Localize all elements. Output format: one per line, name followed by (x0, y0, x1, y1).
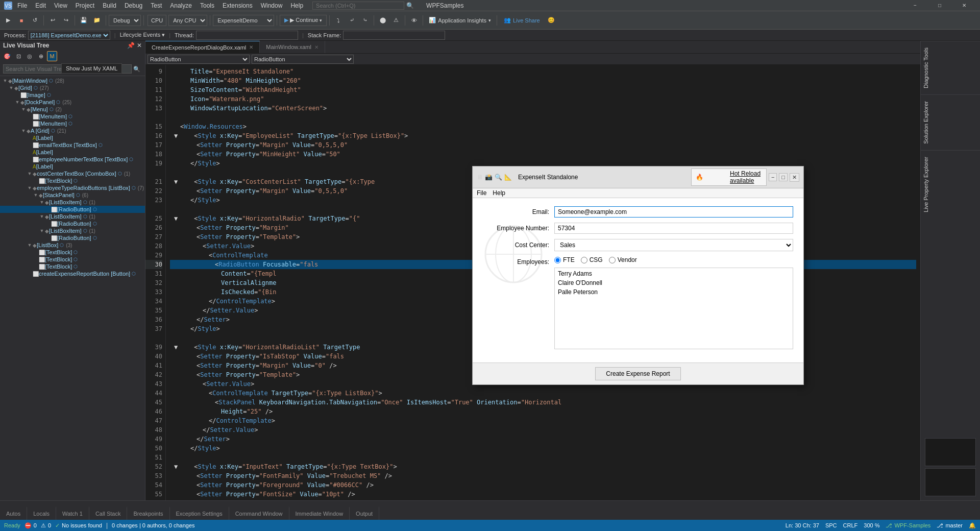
menu-debug[interactable]: Debug (121, 1, 145, 10)
menu-tools[interactable]: Tools (197, 1, 217, 10)
dialog-maximize-button[interactable]: □ (779, 173, 788, 181)
dialog-menu-help[interactable]: Help (493, 189, 505, 197)
dialog-icon3[interactable]: 🔍 (495, 174, 502, 181)
diagnostic-tools-tab[interactable]: Diagnostic Tools (921, 41, 980, 94)
tree-node-label3[interactable]: A [Label] (0, 163, 145, 170)
continue-button[interactable]: ▶ ▶ Continue ▾ (280, 15, 327, 26)
tree-node-grid1[interactable]: ◆ [Grid] ⬡ (27) (0, 84, 145, 91)
cpu-dropdown[interactable]: Any CPU (168, 15, 207, 26)
lvt-display-layout-button[interactable]: ⊡ (13, 51, 23, 61)
live-property-explorer-tab[interactable]: Live Property Explorer (921, 150, 980, 219)
bottom-tab-autos[interactable]: Autos (0, 506, 27, 520)
maximize-button[interactable]: □ (928, 0, 951, 11)
save-button[interactable]: 💾 (78, 14, 90, 27)
menu-build[interactable]: Build (100, 1, 119, 10)
tree-node-emailtb[interactable]: ⬜ emailTextBox [TextBox] ⬡ (0, 141, 145, 149)
tree-node-textblock1[interactable]: ⬜ [TextBlock] ⬡ (0, 177, 145, 184)
thread-input[interactable] (196, 31, 298, 40)
stack-frame-input[interactable] (343, 31, 445, 40)
dialog-icon1[interactable]: 🖥 (477, 174, 483, 181)
open-button[interactable]: 📁 (91, 14, 103, 27)
tree-node-radiobutton1[interactable]: ⬜ [RadioButton] ⬡ (0, 206, 145, 213)
close-tab-mainwindow[interactable]: ✕ (314, 44, 318, 50)
step-out-button[interactable]: ⤷ (359, 14, 371, 27)
tree-node-label2[interactable]: A [Label] (0, 149, 145, 156)
breakpoint-button[interactable]: ⬤ (377, 14, 389, 27)
lvt-select-element-button[interactable]: 🎯 (2, 51, 12, 61)
lvt-track-focused-button[interactable]: ⊕ (36, 51, 46, 61)
tree-node-dockpanel[interactable]: ◆ [DockPanel] ⬡ (25) (0, 99, 145, 106)
tab-createexpensereport[interactable]: CreateExpenseReportDialogBox.xaml ✕ (145, 41, 260, 53)
undo-button[interactable]: ↩ (46, 14, 59, 27)
listbox-item-claire[interactable]: Claire O'Donnell (556, 278, 792, 287)
radio-csg[interactable] (581, 257, 587, 263)
tree-node-listboxitem3[interactable]: ◆ [ListBoxItem] ⬡ (1) (0, 227, 145, 234)
scrollbar-left-dropdown[interactable]: RadioButton (148, 55, 250, 64)
lifecycle-dropdown[interactable]: Lifecycle Events ▾ (120, 32, 165, 38)
tree-node-radiobutton2[interactable]: ⬜ [RadioButton] ⬡ (0, 220, 145, 227)
bottom-tab-locals[interactable]: Locals (27, 506, 56, 520)
tree-node-menuitem2[interactable]: ⬜ [MenuItem] ⬡ (0, 120, 145, 127)
listbox-item-terry[interactable]: Terry Adams (556, 269, 792, 278)
tree-node-menuitem1[interactable]: ⬜ [MenuItem] ⬡ (0, 113, 145, 120)
radio-vendor[interactable] (609, 257, 616, 263)
project-dropdown[interactable]: ExpenseItDemo (213, 15, 274, 26)
process-dropdown[interactable]: [21188] ExpenseItDemo.exe (28, 31, 110, 40)
tree-node-listboxitem1[interactable]: ◆ [ListBoxItem] ⬡ (1) (0, 199, 145, 206)
create-expense-report-button[interactable]: Create Expense Report (595, 367, 680, 380)
status-errors[interactable]: ⛔ 0 (24, 522, 37, 529)
close-button[interactable]: ✕ (952, 0, 976, 11)
menu-window[interactable]: Window (258, 1, 286, 10)
tree-node-listbox1[interactable]: ◆ [ListBox] ⬡ (3) (0, 242, 145, 249)
menu-test[interactable]: Test (148, 1, 165, 10)
menu-file[interactable]: File (14, 1, 30, 10)
dialog-menu-file[interactable]: File (477, 189, 486, 197)
dialog-minimize-button[interactable]: − (769, 173, 777, 181)
employee-number-input[interactable] (554, 223, 793, 234)
watch-button[interactable]: 👁 (408, 14, 420, 27)
tree-node-createbtn[interactable]: ⬜ createExpenseReportButton [Button] ⬡ (0, 270, 145, 277)
status-wpf-samples[interactable]: ⎇ WPF-Samples (886, 522, 930, 529)
tree-node-empnumtb[interactable]: ⬜ employeeNumberTextBox [TextBox] ⬡ (0, 156, 145, 163)
tree-node-listboxitem2[interactable]: ◆ [ListBoxItem] ⬡ (1) (0, 213, 145, 220)
lvt-show-just-my-xaml-button[interactable]: M (47, 51, 57, 61)
feedback-icon[interactable]: 😊 (545, 14, 557, 27)
status-warnings[interactable]: ⚠ 0 (41, 522, 51, 529)
tree-node-mainwindow[interactable]: ◆ [MainWindow] ⬡ (28) (0, 77, 145, 84)
tree-node-textblock4[interactable]: ⬜ [TextBlock] ⬡ (0, 263, 145, 270)
menu-analyze[interactable]: Analyze (167, 1, 195, 10)
status-notification-bell[interactable]: 🔔 (969, 522, 976, 529)
dialog-icon4[interactable]: 📐 (504, 174, 512, 181)
live-share-button[interactable]: 👥 Live Share (504, 17, 540, 23)
exception-button[interactable]: ⚠ (390, 14, 402, 27)
radio-fte-label[interactable]: FTE (554, 256, 575, 263)
bottom-tab-command-window[interactable]: Command Window (229, 506, 289, 520)
menu-edit[interactable]: Edit (32, 1, 49, 10)
tree-node-radiobutton3[interactable]: ⬜ [RadioButton] ⬡ (0, 234, 145, 242)
bottom-tab-watch1[interactable]: Watch 1 (56, 506, 89, 520)
restart-button[interactable]: ↺ (29, 14, 41, 27)
search-icon[interactable]: 🔍 (406, 2, 414, 9)
menu-extensions[interactable]: Extensions (219, 1, 256, 10)
tree-node-grid2[interactable]: ◆ A [Grid] ⬡ (21) (0, 127, 145, 134)
cost-center-dropdown[interactable]: Sales (554, 239, 793, 251)
radio-fte[interactable] (554, 257, 561, 263)
step-over-button[interactable]: ⤵ (332, 14, 345, 27)
start-debug-button[interactable]: ▶ (2, 14, 14, 27)
stop-debug-button[interactable]: ■ (15, 14, 28, 27)
tree-node-textblock3[interactable]: ⬜ [TextBlock] ⬡ (0, 256, 145, 263)
dialog-icon2[interactable]: 📸 (485, 174, 493, 181)
status-git-branch[interactable]: ⎇ master (937, 522, 963, 529)
bottom-tab-immediate-window[interactable]: Immediate Window (289, 506, 350, 520)
search-input[interactable] (312, 2, 404, 10)
hot-reload-link[interactable]: Hot Reload available (730, 170, 762, 184)
step-into-button[interactable]: ⤶ (346, 14, 358, 27)
lvt-search-button[interactable]: 🔍 (132, 64, 142, 74)
tree-node-menu[interactable]: ◆ [Menu] ⬡ (2) (0, 106, 145, 113)
bottom-tab-exception-settings[interactable]: Exception Settings (170, 506, 229, 520)
lvt-show-adorners-button[interactable]: ◎ (24, 51, 35, 61)
lvt-pin-button[interactable]: 📌 (127, 42, 135, 49)
scrollbar-right-dropdown[interactable]: RadioButton (252, 55, 354, 64)
redo-button[interactable]: ↪ (60, 14, 72, 27)
solution-explorer-tab[interactable]: Solution Explorer (921, 94, 980, 150)
